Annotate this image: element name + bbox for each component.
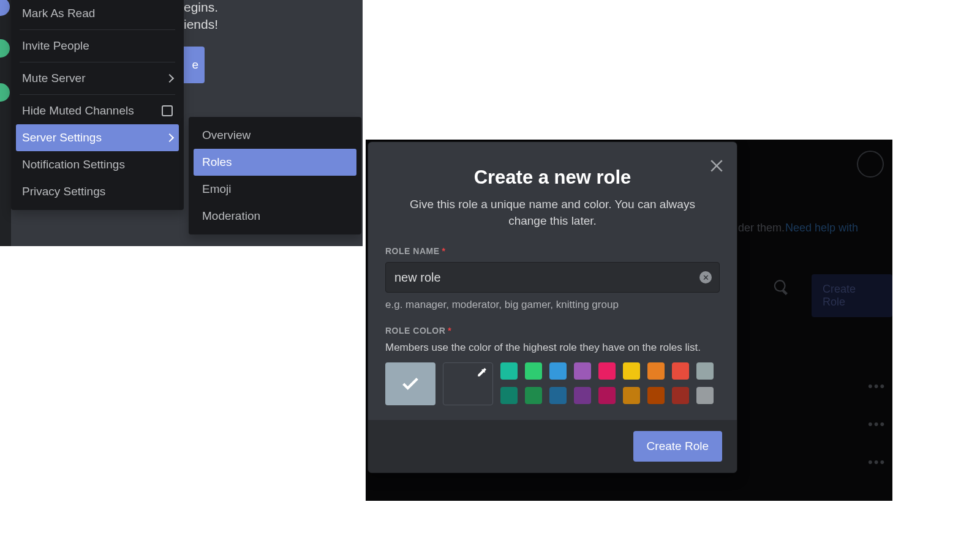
color-swatch[interactable] [623,387,640,404]
color-custom-swatch[interactable] [443,362,493,405]
color-swatch[interactable] [549,387,567,404]
color-swatch[interactable] [500,362,518,380]
role-name-input[interactable] [394,271,691,285]
close-icon[interactable] [707,156,726,174]
role-color-label: ROLE COLOR* [385,326,720,335]
search-icon[interactable] [773,279,793,299]
row-more-icon[interactable]: ••• [868,454,886,470]
color-swatch[interactable] [500,387,518,404]
guild-rail [0,0,11,246]
modal-subtitle: Give this role a unique name and color. … [385,196,720,229]
submenu-item-overview[interactable]: Overview [194,122,356,149]
roles-hint-fragment: der them. [738,222,785,234]
ctx-item-label: Privacy Settings [22,185,105,198]
menu-divider [20,94,175,95]
submenu-item-roles[interactable]: Roles [194,149,356,176]
ctx-item-hide-muted[interactable]: Hide Muted Channels [16,97,179,124]
row-more-icon[interactable]: ••• [868,378,886,394]
create-role-submit-button[interactable]: Create Role [633,431,722,462]
role-color-desc: Members use the color of the highest rol… [385,342,720,354]
close-settings-circle-icon[interactable] [857,151,884,178]
modal-title: Create a new role [385,167,720,189]
color-swatch[interactable] [525,387,542,404]
chevron-right-icon [165,74,174,83]
ctx-item-mute-server[interactable]: Mute Server [16,65,179,92]
roles-help-link-fragment[interactable]: Need help with [785,222,858,234]
color-swatch[interactable] [672,387,689,404]
color-picker [385,362,720,405]
color-swatch[interactable] [574,387,591,404]
color-swatch[interactable] [623,362,640,380]
color-swatch[interactable] [647,362,665,380]
color-swatch[interactable] [549,362,567,380]
role-name-hint: e.g. manager, moderator, big gamer, knit… [385,299,720,311]
ctx-item-mark-as-read[interactable]: Mark As Read [16,0,179,27]
guild-icon[interactable] [0,39,10,58]
color-swatch[interactable] [598,362,616,380]
color-swatch[interactable] [696,387,714,404]
check-icon [400,373,421,394]
checkbox-icon[interactable] [162,105,173,116]
ctx-item-privacy-settings[interactable]: Privacy Settings [16,178,179,205]
submenu-item-emoji[interactable]: Emoji [194,176,356,203]
role-name-input-wrap: ✕ [385,262,720,293]
color-default-swatch[interactable] [385,362,435,405]
color-swatch[interactable] [647,387,665,404]
color-swatch[interactable] [574,362,591,380]
color-swatch-grid [500,362,714,405]
guild-icon[interactable] [0,83,10,102]
ctx-item-label: Hide Muted Channels [22,104,134,118]
ctx-item-label: Notification Settings [22,158,125,171]
color-swatch[interactable] [525,362,542,380]
modal-footer: Create Role [368,420,737,473]
clear-input-icon[interactable]: ✕ [699,271,712,283]
role-name-label: ROLE NAME* [385,246,720,256]
menu-divider [20,62,175,62]
color-swatch[interactable] [672,362,689,380]
server-settings-submenu: OverviewRolesEmojiModeration [189,117,361,234]
submenu-item-moderation[interactable]: Moderation [194,203,356,230]
create-role-modal: Create a new role Give this role a uniqu… [368,142,737,473]
left-screenshot-region: egins. iends! e Mark As ReadInvite Peopl… [0,0,363,246]
create-role-button-bg[interactable]: Create Role [812,274,892,317]
server-context-menu: Mark As ReadInvite PeopleMute ServerHide… [11,0,184,210]
ctx-item-notification-settings[interactable]: Notification Settings [16,151,179,178]
right-screenshot-region: der them. Need help with Create Role •••… [366,140,892,501]
ctx-item-label: Invite People [22,39,89,53]
color-swatch[interactable] [696,362,714,380]
ctx-item-label: Server Settings [22,131,102,144]
partial-button[interactable]: e [184,47,205,83]
ctx-item-label: Mute Server [22,72,85,85]
row-more-icon[interactable]: ••• [868,416,886,432]
color-swatch[interactable] [598,387,616,404]
chevron-right-icon [165,133,174,142]
ctx-item-server-settings[interactable]: Server Settings [16,124,179,151]
eyedropper-icon [477,367,488,378]
ctx-item-label: Mark As Read [22,7,95,20]
guild-icon[interactable] [0,0,10,16]
menu-divider [20,29,175,30]
ctx-item-invite-people[interactable]: Invite People [16,32,179,59]
welcome-text-fragment: iends! [184,16,218,33]
welcome-text-fragment: egins. [184,0,218,16]
